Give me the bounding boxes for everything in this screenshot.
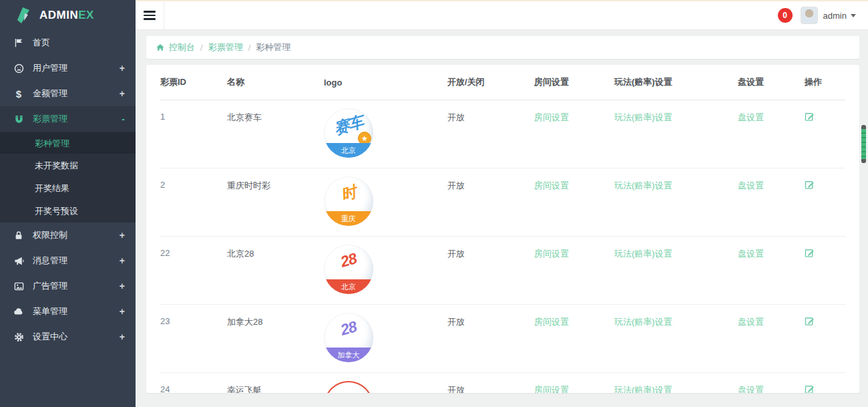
edit-icon[interactable]: [805, 112, 815, 122]
image-icon: [13, 281, 24, 291]
sidebar-item-menus[interactable]: 菜单管理 +: [0, 299, 136, 324]
table-row: 2 重庆时时彩 时 重庆 开放 房间设置 玩法(赔率)设置 盘设置: [160, 168, 845, 237]
brand[interactable]: ADMINEX: [0, 0, 136, 30]
row-id: 24: [160, 373, 227, 393]
edit-icon[interactable]: [805, 384, 815, 393]
row-id: 22: [160, 237, 227, 258]
sidebar-item-users[interactable]: 用户管理 +: [0, 55, 136, 81]
pan-settings-link[interactable]: 盘设置: [738, 317, 764, 327]
brand-name: ADMINEX: [39, 9, 94, 22]
room-settings-link[interactable]: 房间设置: [534, 112, 569, 122]
sidebar-item-permissions[interactable]: 权限控制 +: [0, 223, 136, 248]
room-settings-link[interactable]: 房间设置: [534, 385, 569, 393]
sidebar-item-lottery[interactable]: 彩票管理 -: [0, 106, 136, 132]
row-id: 23: [160, 305, 227, 326]
user-face-icon: [13, 63, 24, 74]
submenu-item-undrawn-data[interactable]: 未开奖数据: [0, 154, 136, 177]
edit-icon[interactable]: [805, 248, 815, 258]
row-name: 幸运飞艇: [227, 373, 324, 393]
table-header-row: 彩票ID 名称 logo 开放/关闭 房间设置 玩法(赔率)设置 盘设置 操作: [160, 65, 845, 100]
caret-down-icon[interactable]: [851, 14, 856, 17]
sidebar-item-amount[interactable]: $ 金额管理 +: [0, 81, 136, 106]
flag-icon: [13, 37, 24, 48]
megaphone-icon: [13, 255, 24, 266]
header-play-odds-settings: 玩法(赔率)设置: [614, 76, 738, 88]
lottery-logo-ball: [324, 381, 373, 393]
lottery-logo-ball: 28 北京: [324, 245, 373, 294]
row-status: 开放: [447, 100, 534, 124]
table-row: 24 幸运飞艇 开放 房间设置 玩法(赔率)设置 盘设置: [160, 373, 845, 393]
edit-icon[interactable]: [805, 316, 815, 326]
room-settings-link[interactable]: 房间设置: [534, 180, 569, 190]
sidebar-toggle-button[interactable]: [136, 1, 164, 29]
submenu-item-draw-results[interactable]: 开奖结果: [0, 177, 136, 200]
header-name: 名称: [227, 76, 324, 88]
topbar: 0 admin: [136, 0, 868, 30]
play-odds-settings-link[interactable]: 玩法(赔率)设置: [614, 385, 672, 393]
lottery-logo-ball: 赛车 ★ 北京: [324, 108, 373, 158]
row-logo: 28 北京: [324, 237, 447, 294]
gear-icon: [13, 331, 24, 342]
username[interactable]: admin: [823, 11, 847, 21]
row-name: 北京赛车: [227, 100, 324, 124]
row-name: 重庆时时彩: [227, 168, 324, 192]
room-settings-link[interactable]: 房间设置: [534, 317, 569, 327]
table-row: 22 北京28 28 北京 开放 房间设置 玩法(赔率)设置 盘设置: [160, 237, 845, 305]
row-status: 开放: [447, 305, 534, 328]
table-row: 1 北京赛车 赛车 ★ 北京 开放 房间设置 玩法(赔率)设置 盘设置: [160, 100, 845, 168]
notification-badge[interactable]: 0: [778, 8, 793, 23]
play-odds-settings-link[interactable]: 玩法(赔率)设置: [614, 112, 672, 122]
lottery-table-card: 彩票ID 名称 logo 开放/关闭 房间设置 玩法(赔率)设置 盘设置 操作 …: [146, 65, 859, 393]
brand-logo-icon: [16, 7, 33, 24]
play-odds-settings-link[interactable]: 玩法(赔率)设置: [614, 180, 672, 190]
pan-settings-link[interactable]: 盘设置: [738, 112, 764, 122]
row-id: 1: [160, 100, 227, 122]
row-status: 开放: [447, 373, 534, 393]
row-name: 北京28: [227, 237, 324, 260]
content-area: 控制台 / 彩票管理 / 彩种管理 彩票ID 名称 logo 开放/关闭 房间设…: [136, 30, 868, 407]
header-pan-settings: 盘设置: [738, 76, 805, 88]
breadcrumb: 控制台 / 彩票管理 / 彩种管理: [146, 36, 859, 59]
breadcrumb-item-lottery-mgmt[interactable]: 彩票管理: [208, 41, 243, 53]
sidebar: ADMINEX 首页 用户管理 + $ 金额管理 + 彩票管理 - 彩种管理 未…: [0, 0, 136, 407]
hamburger-icon: [144, 9, 156, 22]
sidebar-item-messages[interactable]: 消息管理 +: [0, 248, 136, 273]
header-logo: logo: [324, 78, 447, 88]
play-odds-settings-link[interactable]: 玩法(赔率)设置: [614, 317, 672, 327]
cloud-icon: [13, 306, 24, 317]
header-room-settings: 房间设置: [534, 76, 614, 88]
pan-settings-link[interactable]: 盘设置: [738, 385, 764, 393]
row-status: 开放: [447, 168, 534, 192]
dollar-icon: $: [13, 88, 24, 99]
row-logo: [324, 373, 447, 393]
header-open-close: 开放/关闭: [447, 76, 534, 88]
row-status: 开放: [447, 237, 534, 260]
edit-icon[interactable]: [805, 180, 815, 190]
breadcrumb-item-current: 彩种管理: [256, 41, 290, 53]
sidebar-item-ads[interactable]: 广告管理 +: [0, 273, 136, 299]
row-logo: 28 加拿大: [324, 305, 447, 362]
scrollbar-thumb[interactable]: [861, 125, 866, 163]
topbar-user-area: 0 admin: [778, 1, 868, 29]
lock-icon: [13, 230, 24, 241]
lottery-submenu: 彩种管理 未开奖数据 开奖结果 开奖号预设: [0, 132, 136, 223]
sidebar-item-settings[interactable]: 设置中心 +: [0, 324, 136, 350]
sidebar-item-home[interactable]: 首页: [0, 30, 136, 55]
row-logo: 赛车 ★ 北京: [324, 100, 447, 158]
submenu-item-draw-presets[interactable]: 开奖号预设: [0, 200, 136, 223]
breadcrumb-separator: /: [248, 43, 251, 53]
magnet-icon: [13, 114, 24, 124]
pan-settings-link[interactable]: 盘设置: [738, 249, 764, 259]
home-icon: [156, 43, 165, 52]
breadcrumb-item-console[interactable]: 控制台: [169, 41, 195, 53]
header-actions: 操作: [805, 76, 845, 88]
row-logo: 时 重庆: [324, 168, 447, 226]
submenu-item-lottery-types[interactable]: 彩种管理: [0, 132, 136, 154]
row-name: 加拿大28: [227, 305, 324, 328]
breadcrumb-separator: /: [200, 43, 203, 53]
avatar[interactable]: [801, 7, 818, 24]
room-settings-link[interactable]: 房间设置: [534, 249, 569, 259]
table-row: 23 加拿大28 28 加拿大 开放 房间设置 玩法(赔率)设置 盘设置: [160, 305, 845, 373]
play-odds-settings-link[interactable]: 玩法(赔率)设置: [614, 249, 672, 259]
pan-settings-link[interactable]: 盘设置: [738, 180, 764, 190]
